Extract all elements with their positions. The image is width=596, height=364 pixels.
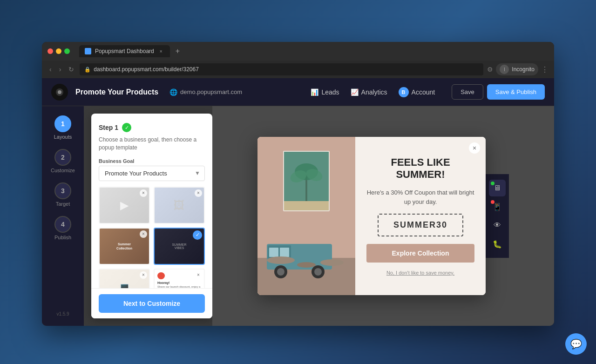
svg-point-16: [314, 268, 322, 276]
step-1-label: Layouts: [54, 134, 72, 140]
app-content: Promote Your Products 🌐 demo.popupsmart.…: [42, 78, 554, 326]
goal-select[interactable]: Promote Your Products Collect Emails Ann…: [99, 166, 205, 181]
extensions-icon[interactable]: ⚙: [487, 66, 493, 73]
new-tab-button[interactable]: +: [176, 47, 180, 55]
save-button[interactable]: Save: [452, 84, 483, 100]
coupon-code: SUMMER30: [378, 214, 463, 236]
hooray-logo: [157, 272, 165, 279]
step-2-circle: 2: [54, 149, 71, 166]
refresh-button[interactable]: ↻: [67, 65, 76, 74]
close-window-button[interactable]: [47, 48, 53, 54]
sidebar-step-1[interactable]: 1 Layouts: [54, 115, 72, 140]
step-4-label: Publish: [54, 235, 71, 240]
forward-button[interactable]: ›: [57, 65, 63, 74]
tab-close-button[interactable]: ×: [158, 48, 164, 54]
chat-button[interactable]: 💬: [565, 333, 587, 355]
domain-display: 🌐 demo.popupsmart.com: [169, 88, 242, 96]
sidebar-step-3[interactable]: 3 Target: [54, 182, 71, 207]
template-remove-5[interactable]: ×: [140, 271, 147, 279]
maximize-window-button[interactable]: [64, 48, 70, 54]
hooray-desc: Share our launch discount, enjoy a 20% d…: [157, 285, 201, 288]
svg-point-21: [297, 262, 316, 268]
template-card-1[interactable]: ▶ ×: [99, 187, 150, 224]
image-icon: 🖼: [174, 199, 185, 212]
template-remove-2[interactable]: ×: [195, 189, 202, 197]
step-description: Choose a business goal, then choose a po…: [99, 136, 205, 152]
account-label: Account: [412, 88, 435, 96]
step-2-label: Customize: [51, 168, 75, 173]
template-card-3[interactable]: SummerCollection ×: [99, 228, 150, 265]
step-number-label: Step 1: [99, 124, 118, 131]
analytics-icon: 📈: [351, 88, 359, 96]
globe-icon: 🌐: [169, 88, 177, 96]
svg-rect-10: [284, 201, 329, 210]
leads-nav-item[interactable]: 📊 Leads: [311, 88, 339, 96]
version-label: v1.5.9: [56, 311, 69, 317]
save-publish-button[interactable]: Save & Publish: [487, 84, 545, 100]
menu-icon[interactable]: ⋮: [541, 65, 549, 74]
template-remove-6[interactable]: ×: [195, 271, 202, 279]
template-selected-badge-4: ✓: [193, 230, 202, 240]
address-bar[interactable]: 🔒 dashboard.popupsmart.com/builder/32067: [80, 63, 483, 75]
sidebar-step-4[interactable]: 4 Publish: [54, 216, 71, 240]
tab-favicon: [85, 48, 91, 54]
desktop-active-dot: [491, 182, 494, 185]
step-3-label: Target: [56, 201, 70, 207]
browser-tab[interactable]: Popupsmart Dashboard ×: [79, 45, 170, 57]
template-card-5[interactable]: 💻 ×: [99, 269, 150, 288]
check-icon: ✓: [125, 125, 129, 131]
app-main: 1 Layouts 2 Customize 3 Target 4 Publish…: [42, 106, 554, 326]
template-card-2[interactable]: 🖼 ×: [154, 187, 205, 224]
dark-thumb-text: SUMMERVIBES: [170, 241, 188, 251]
desktop-icon: 🖥: [494, 184, 501, 192]
setup-panel: Step 1 ✓ Choose a business goal, then ch…: [91, 114, 212, 318]
analytics-nav-item[interactable]: 📈 Analytics: [351, 88, 387, 96]
sidebar: 1 Layouts 2 Customize 3 Target 4 Publish…: [42, 106, 84, 326]
step-header: Step 1 ✓: [99, 123, 205, 132]
preview-button[interactable]: 👁: [489, 217, 506, 234]
mobile-icon: 📱: [493, 202, 502, 211]
next-to-customize-button[interactable]: Next to Customize: [99, 294, 205, 313]
laptop-icon: 💻: [119, 282, 130, 288]
template-remove-1[interactable]: ×: [140, 189, 147, 197]
leads-icon: 📊: [311, 88, 318, 96]
analytics-label: Analytics: [361, 88, 387, 96]
page-title: Promote Your Products: [75, 88, 158, 96]
lock-icon: 🔒: [84, 67, 91, 73]
template-card-4[interactable]: SUMMERVIBES ✓: [154, 228, 205, 265]
popup-close-button[interactable]: ×: [469, 142, 480, 154]
popup-subtext: Here's a 30% Off Coupon that will bright…: [366, 188, 474, 206]
debug-button[interactable]: 🐛: [489, 236, 506, 252]
incognito-avatar: I: [500, 65, 509, 74]
account-avatar: B: [399, 87, 409, 97]
template-remove-3[interactable]: ×: [140, 230, 147, 238]
back-button[interactable]: ‹: [47, 65, 54, 74]
desktop-view-button[interactable]: 🖥: [489, 180, 506, 196]
svg-point-19: [267, 256, 295, 264]
eye-icon: 👁: [494, 221, 501, 229]
minimize-window-button[interactable]: [56, 48, 61, 54]
popup-image: [257, 137, 355, 295]
popup-preview: ×: [257, 137, 486, 295]
goal-select-wrapper: Promote Your Products Collect Emails Ann…: [99, 166, 205, 181]
svg-point-1: [58, 90, 61, 94]
leads-label: Leads: [321, 88, 339, 96]
incognito-label: Incognito: [512, 66, 535, 73]
template-card-6[interactable]: Hooray! Share our launch discount, enjoy…: [154, 269, 205, 288]
header-nav: 📊 Leads 📈 Analytics B Account: [311, 87, 435, 97]
header-buttons: Save Save & Publish: [452, 84, 545, 100]
template-grid: ▶ × 🖼 ×: [99, 187, 205, 288]
sidebar-step-2[interactable]: 2 Customize: [51, 149, 75, 173]
popup-content: FEELS LIKE SUMMER! Here's a 30% Off Coup…: [355, 137, 486, 295]
decline-link[interactable]: No, I don't like to save money.: [386, 270, 454, 276]
explore-collection-button[interactable]: Explore Collection: [366, 244, 474, 263]
mobile-view-button[interactable]: 📱: [489, 198, 506, 215]
play-icon: ▶: [120, 199, 129, 212]
account-nav-item[interactable]: B Account: [399, 87, 435, 97]
browser-actions: ⚙ I Incognito ⋮: [487, 63, 549, 75]
app-logo: [51, 84, 68, 101]
bug-icon: 🐛: [493, 240, 502, 249]
app-header: Promote Your Products 🌐 demo.popupsmart.…: [42, 78, 554, 106]
step-4-circle: 4: [54, 216, 71, 233]
step-3-circle: 3: [54, 182, 71, 199]
